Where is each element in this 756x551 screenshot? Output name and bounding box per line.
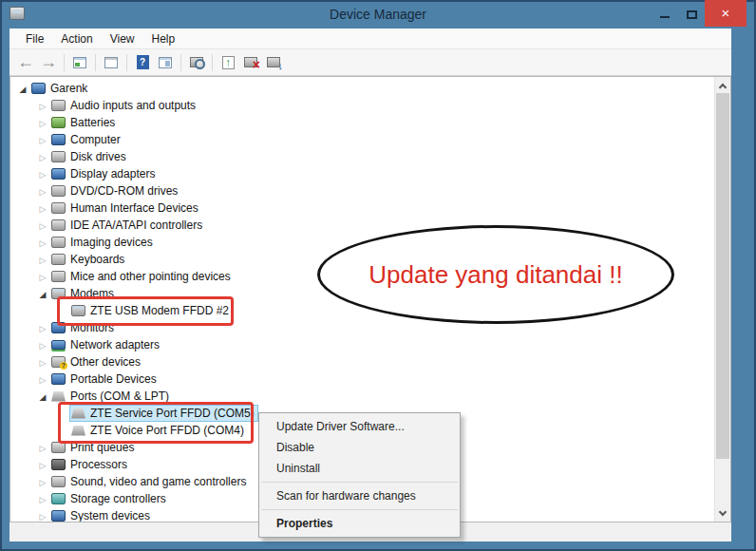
- toolbar-update-driver-button[interactable]: [217, 51, 239, 74]
- tree-item-network[interactable]: Network adapters: [10, 336, 714, 353]
- tree-item-monitors[interactable]: Monitors: [10, 319, 714, 336]
- expander-icon[interactable]: [35, 509, 50, 522]
- sound-icon: [51, 476, 66, 487]
- context-menu-separator: [261, 482, 458, 483]
- expander-icon[interactable]: [35, 390, 50, 403]
- expander-icon[interactable]: [35, 270, 50, 283]
- tree-item-imaging[interactable]: Imaging devices: [10, 234, 714, 251]
- printer-icon: [51, 442, 66, 453]
- toolbar-uninstall-button[interactable]: [239, 51, 262, 74]
- tree-item-ports[interactable]: Ports (COM & LPT): [10, 388, 714, 405]
- system-icon: [51, 510, 66, 522]
- expander-icon[interactable]: [35, 236, 50, 249]
- expander-icon[interactable]: [35, 218, 50, 232]
- expander-icon[interactable]: [35, 253, 50, 266]
- tree-item-ide[interactable]: IDE ATA/ATAPI controllers: [10, 217, 714, 234]
- context-menu-item-disable[interactable]: Disable: [259, 437, 460, 458]
- back-icon: [17, 52, 34, 72]
- context-menu-item-properties[interactable]: Properties: [259, 513, 460, 534]
- help-icon: [137, 55, 149, 69]
- toolbar-action-pane-button[interactable]: [154, 51, 177, 74]
- toolbar-forward-button[interactable]: [37, 51, 60, 74]
- minimize-icon: [660, 16, 670, 18]
- expander-icon[interactable]: [35, 338, 50, 352]
- menu-help[interactable]: Help: [143, 28, 184, 49]
- expander-icon[interactable]: [35, 201, 50, 215]
- context-menu-item-uninstall[interactable]: Uninstall: [259, 458, 460, 479]
- battery-icon: [51, 117, 66, 128]
- tree-item-zte-usb-modem[interactable]: ZTE USB Modem FFDD #2: [10, 302, 714, 319]
- expander-icon[interactable]: [35, 184, 50, 198]
- modem-icon: [51, 288, 66, 299]
- scroll-up-button[interactable]: [715, 77, 730, 93]
- portable-icon: [51, 373, 66, 385]
- close-button[interactable]: ×: [705, 0, 747, 27]
- port-icon: [51, 391, 66, 402]
- menu-view[interactable]: View: [102, 28, 143, 49]
- expander-icon[interactable]: [35, 167, 50, 180]
- scroll-down-button[interactable]: [715, 505, 730, 522]
- expander-icon[interactable]: [35, 458, 50, 471]
- expander-icon[interactable]: [35, 116, 50, 129]
- expander-icon[interactable]: [35, 150, 50, 163]
- tree-item-modems[interactable]: Modems: [10, 285, 714, 302]
- toolbar-console-tree-button[interactable]: [68, 51, 91, 74]
- close-icon: ×: [722, 0, 730, 27]
- expander-icon[interactable]: [35, 355, 50, 369]
- expander-icon[interactable]: [35, 321, 50, 334]
- menu-file[interactable]: File: [17, 28, 52, 49]
- console-tree-icon: [73, 57, 86, 68]
- expander-icon[interactable]: [15, 82, 30, 95]
- tree-item-garenk[interactable]: Garenk: [10, 80, 714, 97]
- expander-icon[interactable]: [35, 492, 50, 505]
- maximize-button[interactable]: [678, 0, 705, 28]
- tree-item-dvd-drives[interactable]: DVD/CD-ROM drives: [10, 182, 714, 200]
- tree-item-computer[interactable]: Computer: [10, 131, 714, 148]
- storage-icon: [51, 493, 66, 504]
- context-menu-item-scan[interactable]: Scan for hardware changes: [259, 485, 460, 506]
- computer-root-icon: [31, 83, 46, 94]
- tree-item-keyboards[interactable]: Keyboards: [10, 251, 714, 268]
- toolbar-search-button[interactable]: [185, 51, 208, 74]
- vertical-scrollbar[interactable]: [714, 77, 730, 522]
- action-pane-icon: [159, 57, 172, 68]
- port-icon: [71, 426, 85, 436]
- toolbar-separator: [126, 54, 127, 71]
- monitor-icon: [51, 322, 66, 333]
- maximize-icon: [687, 10, 697, 19]
- network-icon: [51, 340, 66, 350]
- minimize-button[interactable]: [652, 0, 678, 28]
- expander-icon[interactable]: [35, 133, 50, 146]
- context-menu-item-update-driver[interactable]: Update Driver Software...: [259, 416, 460, 437]
- expander-icon[interactable]: [35, 441, 50, 454]
- properties-icon: [104, 57, 118, 68]
- ide-icon: [51, 219, 66, 231]
- tree-item-portable[interactable]: Portable Devices: [10, 370, 714, 388]
- toolbar-properties-button[interactable]: [100, 51, 123, 74]
- tree-item-disk-drives[interactable]: Disk drives: [10, 148, 714, 165]
- toolbar-separator: [180, 54, 181, 71]
- scan-hardware-icon: [267, 57, 280, 67]
- expander-icon[interactable]: [35, 287, 50, 300]
- tree-item-mice[interactable]: Mice and other pointing devices: [10, 268, 714, 285]
- menu-action[interactable]: Action: [52, 28, 101, 49]
- tree-item-other-devices[interactable]: Other devices: [10, 353, 714, 370]
- toolbar-help-button[interactable]: [131, 51, 154, 74]
- update-driver-icon: [222, 56, 235, 69]
- expander-icon[interactable]: [35, 99, 50, 112]
- toolbar-back-button[interactable]: [14, 51, 37, 74]
- tree-item-display-adapters[interactable]: Display adapters: [10, 165, 714, 182]
- display-icon: [51, 168, 66, 180]
- toolbar-separator: [212, 54, 213, 71]
- context-menu: Update Driver Software... Disable Uninst…: [258, 412, 461, 538]
- title-bar[interactable]: Device Manager ×: [0, 0, 756, 28]
- expander-icon[interactable]: [35, 475, 50, 488]
- tree-item-audio[interactable]: Audio inputs and outputs: [10, 97, 714, 114]
- scrollbar-thumb[interactable]: [716, 93, 729, 459]
- tree-item-batteries[interactable]: Batteries: [10, 114, 714, 131]
- chevron-up-icon: [719, 83, 727, 90]
- toolbar-scan-hardware-button[interactable]: [262, 51, 285, 74]
- search-computer-icon: [190, 57, 203, 67]
- tree-item-hid[interactable]: Human Interface Devices: [10, 200, 714, 217]
- expander-icon[interactable]: [35, 372, 50, 386]
